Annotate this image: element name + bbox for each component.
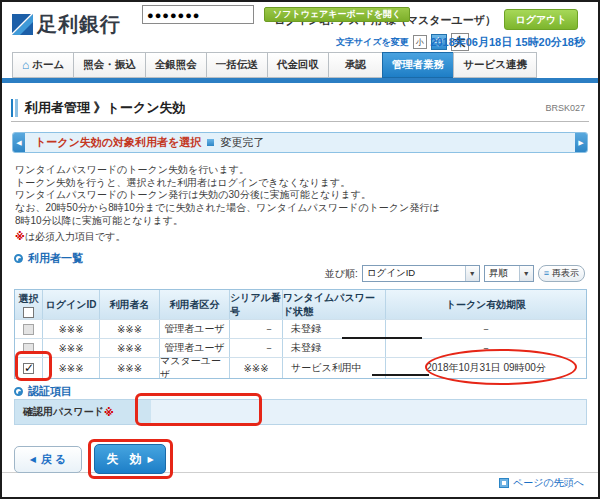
screen-id: BRSK027 (545, 103, 585, 113)
description-line: 8時10分以降に実施可能となります。 (15, 215, 440, 228)
refresh-icon: ≡ (544, 269, 549, 278)
nav-tab-transfer[interactable]: 照会・振込 (73, 52, 145, 78)
page-top-icon (499, 478, 509, 488)
sort-label: 並び順: (325, 267, 358, 281)
row-otp-status: サービス利用中 (283, 358, 386, 378)
row-otp-status: 未登録 (283, 339, 386, 357)
user-list-section-title: 利用者一覧 (28, 251, 83, 266)
fontsize-label: 文字サイズを変更 (336, 36, 409, 49)
current-datetime: 2018年06月18日 15時20分18秒 (430, 35, 585, 50)
sort-order-value: 昇順 (485, 267, 519, 280)
nav-tab-label: 照会・振込 (83, 58, 136, 72)
back-button[interactable]: ◀ 戻 る (14, 446, 82, 473)
invalidate-button[interactable]: 失 効 ▶ (94, 444, 166, 474)
redaction-line (372, 374, 429, 376)
password-value-cell (151, 400, 586, 424)
row-login-id: ※※※ (43, 339, 100, 357)
nav-tab-zengin[interactable]: 全銀照会 (145, 52, 206, 78)
nav-tab-home[interactable]: ⌂ ホーム (12, 52, 73, 78)
section-bullet-icon (14, 254, 23, 263)
refresh-label: 再表示 (552, 267, 579, 280)
select-all-checkbox[interactable] (23, 307, 34, 318)
footer-divider (2, 472, 598, 473)
step-current: トークン失効の対象利用者を選択 (35, 135, 201, 150)
column-login-id: ログインID (43, 290, 100, 319)
row-checkbox[interactable] (23, 363, 34, 374)
step-breadcrumb: ◀ トークン失効の対象利用者を選択 変更完了 ▶ (12, 132, 588, 153)
forward-arrow-icon: ▶ (148, 455, 154, 464)
row-user-type: 管理者ユーザ (160, 339, 230, 357)
required-mark: ※ (104, 407, 114, 418)
nav-accent-bar (2, 78, 598, 83)
row-select-cell (15, 320, 43, 338)
row-select-cell (15, 358, 43, 378)
auth-row: 確認用パスワード※ (14, 399, 587, 425)
software-keyboard-button[interactable]: ソフトウェアキーボードを開く (264, 7, 410, 22)
sort-field-value: ログインID (363, 267, 465, 280)
table-row: ※※※ ※※※ マスターユーザ ※※※ サービス利用中 2018年10月31日 … (15, 357, 586, 378)
page-top-link[interactable]: ページの先頭へ (499, 476, 584, 490)
column-user-name: 利用者名 (100, 290, 160, 319)
title-bar: 利用者管理 》トークン失効 BRSK027 (11, 94, 589, 122)
row-select-cell (15, 339, 43, 357)
fontsize-small-button[interactable]: 小 (413, 35, 427, 49)
nav-tab-label: サービス連携 (463, 58, 527, 72)
row-user-type: 管理者ユーザ (160, 320, 230, 338)
user-list-section-header: 利用者一覧 (14, 251, 83, 266)
chevron-down-icon: ▼ (519, 266, 533, 281)
chevron-down-icon: ▼ (465, 266, 479, 281)
row-login-id: ※※※ (43, 320, 100, 338)
section-bullet-icon (14, 387, 23, 396)
step-separator-icon (207, 139, 214, 146)
column-serial: シリアル番号 (230, 290, 283, 319)
logout-button[interactable]: ログアウト (504, 9, 578, 30)
column-select: 選択 (15, 290, 43, 319)
nav-tab-approval[interactable]: 承認 (328, 52, 382, 78)
bank-name: 足利銀行 (37, 11, 121, 38)
sort-field-select[interactable]: ログインID ▼ (362, 265, 480, 282)
auth-section-title: 認証項目 (28, 384, 72, 399)
nav-tab-batch[interactable]: 一括伝送 (206, 52, 267, 78)
main-nav: ⌂ ホーム 照会・振込 全銀照会 一括伝送 代金回収 承認 管理者業務 サービス… (12, 52, 537, 78)
row-checkbox (23, 324, 34, 335)
page-top-label: ページの先頭へ (513, 476, 584, 490)
table-row: ※※※ ※※※ 管理者ユーザ － 未登録 － (15, 338, 586, 357)
row-user-type: マスターユーザ (160, 358, 230, 378)
nav-tab-label: ホーム (32, 58, 64, 72)
row-serial: － (230, 339, 283, 357)
row-login-id: ※※※ (43, 358, 100, 378)
confirm-password-input[interactable] (142, 5, 254, 24)
page-description: ワンタイムパスワードのトークン失効を行います。 トークン失効を行うと、選択された… (15, 164, 440, 228)
refresh-button[interactable]: ≡ 再表示 (538, 265, 585, 282)
nav-tab-service-link[interactable]: サービス連携 (453, 52, 537, 78)
required-note: ※は必須入力項目です。 (15, 230, 125, 244)
description-line: ワンタイムパスワードのトークン発行は失効の30分後に実施可能となります。 (15, 189, 440, 202)
row-serial: ※※※ (230, 358, 283, 378)
nav-tab-label: 代金回収 (277, 58, 319, 72)
sort-controls: 並び順: ログインID ▼ 昇順 ▼ ≡ 再表示 (325, 265, 585, 282)
row-token-expiry: － (386, 320, 586, 338)
step-right-cap-icon: ▶ (575, 133, 587, 152)
column-token-expiry: トークン有効期限 (386, 290, 586, 319)
row-otp-status: 未登録 (283, 320, 386, 338)
nav-tab-admin[interactable]: 管理者業務 (382, 52, 454, 78)
nav-tab-label: 承認 (345, 58, 366, 72)
password-label-cell: 確認用パスワード※ (15, 400, 151, 424)
redaction-line (342, 337, 422, 339)
sort-order-select[interactable]: 昇順 ▼ (484, 265, 534, 282)
row-checkbox (23, 343, 34, 354)
password-label: 確認用パスワード (23, 405, 104, 419)
description-line: なお、20時50分から8時10分までに失効された場合、ワンタイムパスワードのトー… (15, 202, 440, 215)
user-table: 選択 ログインID 利用者名 利用者区分 シリアル番号 ワンタイムパスワード状態… (14, 289, 587, 379)
nav-tab-collection[interactable]: 代金回収 (267, 52, 328, 78)
required-mark: ※ (15, 231, 25, 242)
description-line: ワンタイムパスワードのトークン失効を行います。 (15, 164, 440, 177)
page-title: 利用者管理 》トークン失効 (25, 99, 186, 117)
column-otp-status: ワンタイムパスワード状態 (283, 290, 386, 319)
bank-logo-icon (12, 14, 33, 35)
required-note-text: は必須入力項目です。 (25, 231, 126, 242)
nav-tab-label: 全銀照会 (155, 58, 197, 72)
row-serial: － (230, 320, 283, 338)
invalidate-button-label: 失 効 (106, 451, 145, 468)
column-select-label: 選択 (19, 292, 39, 306)
